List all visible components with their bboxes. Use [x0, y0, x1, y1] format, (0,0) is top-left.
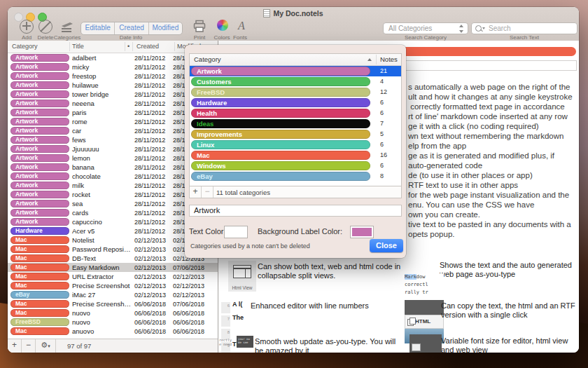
category-pill: Artwork	[10, 100, 69, 107]
category-pill: Improvements	[191, 130, 370, 139]
action-gear-button[interactable]: ⚙▾	[36, 339, 56, 353]
note-title-cell: car	[72, 127, 81, 135]
feature-caption-editor: Enhanced editor with line numbers	[251, 301, 405, 311]
color-wheel-icon	[217, 20, 228, 31]
note-modified-cell: 07/06/2018	[173, 264, 204, 271]
background-color-well[interactable]	[350, 226, 374, 238]
column-header-dot[interactable]: •	[127, 43, 130, 50]
note-modified-cell: 02/12/2013	[173, 292, 204, 299]
category-pill: Customers	[191, 77, 370, 86]
note-created-cell: 28/11/2012	[134, 109, 165, 116]
close-dialog-button[interactable]: Close	[370, 239, 403, 252]
category-note-count: 6	[380, 99, 384, 106]
search-category-popup[interactable]: All Categories	[383, 22, 468, 34]
category-note-count: 4	[380, 78, 384, 85]
search-text-label: Search Text	[471, 34, 578, 41]
note-body-text[interactable]: s automatically a web page on the right …	[408, 82, 573, 239]
note-title-cell: rome	[72, 118, 88, 125]
category-row[interactable]: Windows6	[190, 161, 401, 171]
search-input[interactable]: Search	[471, 22, 578, 34]
note-title-cell: Easy Markdown	[72, 264, 120, 271]
segment-created[interactable]: Created	[115, 22, 148, 34]
category-row[interactable]: Mac16	[190, 150, 401, 161]
table-row[interactable]: MacEasy Markdown02/12/201307/06/2018	[8, 263, 218, 272]
note-title-cell: micky	[72, 63, 89, 71]
html-view-thumb-label: Html View	[228, 285, 256, 290]
note-created-cell: 02/12/2013	[134, 255, 166, 262]
table-row[interactable]: FreeBSDnuovo06/06/201806/06/2018	[8, 318, 218, 327]
printer-icon	[192, 20, 206, 33]
note-created-cell: 28/11/2012	[134, 191, 165, 198]
note-created-cell: 28/11/2012	[134, 128, 165, 135]
categories-button[interactable]	[55, 20, 79, 35]
column-header-category[interactable]: Category	[12, 43, 38, 50]
note-title-cell: iMac 27	[72, 291, 95, 299]
sort-ascending-icon	[368, 58, 372, 61]
delete-note-button[interactable]	[35, 20, 56, 35]
category-pill: Mac	[10, 327, 69, 335]
window-chrome: My Doc.notels Add Delete Categories Edit…	[8, 7, 579, 41]
segment-editable[interactable]: Editable	[81, 22, 115, 34]
font-a-icon: A	[238, 20, 245, 32]
category-note-count: 12	[380, 88, 387, 95]
category-row[interactable]: Ideas7	[190, 118, 401, 129]
note-created-cell: 06/06/2018	[134, 301, 166, 308]
fonts-button-label: Fonts	[224, 34, 256, 41]
text-color-well[interactable]	[224, 226, 248, 238]
note-title-cell: Password Reposi…	[72, 245, 130, 253]
category-pill: Mac	[10, 273, 69, 280]
table-row[interactable]: MacPrecise Screenshot02/12/201302/12/201…	[8, 281, 218, 290]
note-created-cell: 28/11/2012	[134, 146, 165, 153]
table-row[interactable]: eBayiMac 2702/12/201302/12/2013	[8, 290, 218, 299]
table-row[interactable]: Macanuovo06/06/201806/06/2018	[8, 327, 218, 336]
remove-category-button[interactable]: −	[202, 186, 214, 198]
note-created-cell: 02/12/2013	[134, 273, 166, 280]
category-pill: Mac	[191, 151, 370, 160]
notes-statusbar: + − ⚙▾ 97 of 97	[8, 339, 218, 353]
table-row[interactable]: MacURL Extractor02/12/201302/12/2013	[8, 272, 218, 281]
category-row[interactable]: FreeBSD12	[190, 87, 401, 97]
category-row[interactable]: Improvements5	[190, 129, 401, 139]
add-note-footer-button[interactable]: +	[8, 339, 22, 353]
note-created-cell: 28/11/2012	[134, 91, 165, 98]
note-created-cell: 28/11/2012	[134, 155, 165, 162]
fonts-button[interactable]: A	[231, 20, 252, 35]
note-created-cell: 02/12/2013	[134, 246, 166, 253]
column-header-created[interactable]: Created	[136, 43, 159, 50]
category-pill: Health	[191, 109, 370, 118]
note-created-cell: 28/11/2012	[134, 73, 165, 80]
markdown-editor-thumbnail: Markdow correctl rally tr	[405, 273, 444, 299]
column-header-title[interactable]: Title	[72, 43, 84, 50]
dialog-column-notes[interactable]: Notes	[380, 55, 398, 63]
note-title-cell: nuovo	[72, 318, 90, 326]
remove-note-footer-button[interactable]: −	[22, 339, 36, 353]
note-modified-cell: 06/06/2018	[173, 319, 204, 326]
colors-button[interactable]	[212, 20, 233, 35]
category-note-count: 8	[380, 172, 384, 179]
category-name-field[interactable]: Artwork	[189, 205, 402, 217]
category-row[interactable]: Artwork21	[190, 66, 401, 76]
category-pill: Artwork	[10, 127, 69, 135]
add-note-button[interactable]	[16, 20, 37, 35]
add-category-button[interactable]: +	[190, 186, 202, 198]
table-row[interactable]: Macnuovo06/06/201806/06/2018	[8, 308, 218, 318]
print-button[interactable]	[189, 20, 210, 35]
category-row[interactable]: eBay8	[190, 171, 401, 182]
category-pill: Artwork	[10, 172, 69, 180]
tiny-text-thumbnail: rectly e need	[219, 338, 232, 346]
category-pill: Linux	[191, 140, 370, 149]
category-row[interactable]: Health6	[190, 108, 401, 118]
note-title-cell: sea	[72, 200, 83, 207]
category-pill: Hardware	[191, 98, 370, 107]
dialog-column-category[interactable]: Category	[194, 55, 221, 63]
note-created-cell: 28/11/2012	[134, 100, 165, 107]
category-pill: Artwork	[10, 81, 69, 89]
category-row[interactable]: Customers4	[190, 76, 401, 87]
table-row[interactable]: MacPrecise Screensh…06/06/201807/06/2018	[8, 299, 218, 308]
categories-footer: + − 11 total categories	[189, 186, 402, 198]
category-pill: eBay	[191, 172, 370, 181]
category-row[interactable]: Linux6	[190, 139, 401, 150]
segment-modified[interactable]: Modified	[149, 22, 182, 34]
category-row[interactable]: Hardware6	[190, 97, 401, 108]
feature-caption-splitviews: Can show both text, web and html code in…	[258, 262, 406, 280]
